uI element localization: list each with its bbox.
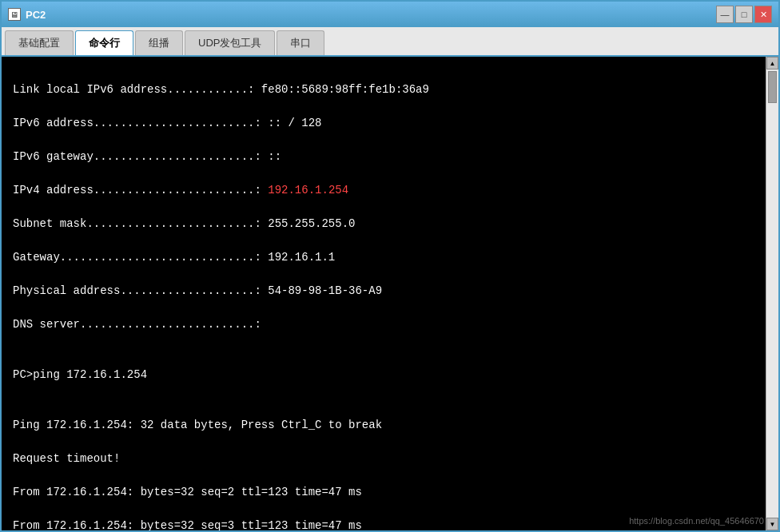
scrollbar-thumb[interactable] bbox=[768, 71, 777, 103]
terminal-line: DNS server..........................: bbox=[13, 316, 754, 333]
tab-command-line[interactable]: 命令行 bbox=[75, 30, 133, 55]
tab-multicast[interactable]: 组播 bbox=[135, 30, 183, 55]
terminal-line: Ping 172.16.1.254: 32 data bytes, Press … bbox=[13, 417, 754, 434]
terminal-line: IPv4 address........................: 19… bbox=[13, 182, 754, 199]
scrollbar-track[interactable] bbox=[766, 69, 778, 518]
terminal-line: Link local IPv6 address............: fe8… bbox=[13, 81, 754, 98]
terminal-line: Physical address....................: 54… bbox=[13, 283, 754, 300]
tab-bar: 基础配置 命令行 组播 UDP发包工具 串口 bbox=[2, 27, 778, 57]
terminal-line: Gateway.............................: 19… bbox=[13, 249, 754, 266]
watermark: https://blog.csdn.net/qq_45646670 bbox=[629, 516, 764, 526]
scrollbar[interactable]: ▲ ▼ bbox=[766, 57, 778, 530]
terminal-line: Request timeout! bbox=[13, 451, 754, 467]
window-icon: 🖥 bbox=[8, 8, 21, 21]
close-button[interactable]: ✕ bbox=[754, 6, 772, 23]
terminal-line: Subnet mask.........................: 25… bbox=[13, 216, 754, 232]
terminal-line: PC>ping 172.16.1.254 bbox=[13, 367, 754, 383]
scrollbar-up-button[interactable]: ▲ bbox=[766, 57, 778, 69]
terminal[interactable]: Link local IPv6 address............: fe8… bbox=[2, 57, 766, 530]
minimize-button[interactable]: — bbox=[716, 6, 734, 23]
content-area: Link local IPv6 address............: fe8… bbox=[2, 57, 778, 530]
title-controls: — □ ✕ bbox=[716, 6, 772, 23]
terminal-line: IPv6 gateway........................: :: bbox=[13, 149, 754, 165]
window-title: PC2 bbox=[26, 9, 46, 21]
title-bar-left: 🖥 PC2 bbox=[8, 8, 46, 21]
terminal-line: From 172.16.1.254: bytes=32 seq=2 ttl=12… bbox=[13, 484, 754, 501]
title-bar: 🖥 PC2 — □ ✕ bbox=[2, 2, 778, 27]
tab-udp-tool[interactable]: UDP发包工具 bbox=[185, 30, 275, 55]
tab-serial[interactable]: 串口 bbox=[277, 30, 324, 55]
tab-basic-config[interactable]: 基础配置 bbox=[5, 30, 74, 55]
maximize-button[interactable]: □ bbox=[735, 6, 753, 23]
scrollbar-down-button[interactable]: ▼ bbox=[766, 518, 778, 530]
ipv4-value: 192.16.1.254 bbox=[268, 184, 348, 197]
terminal-line: IPv6 address........................: ::… bbox=[13, 115, 754, 132]
